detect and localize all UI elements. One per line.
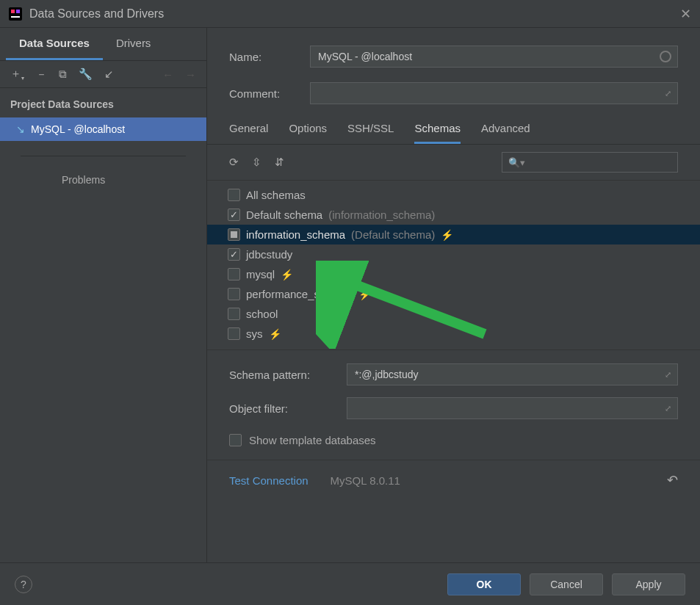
ok-button[interactable]: OK bbox=[447, 573, 521, 595]
collapse-all-icon[interactable]: ⇳ bbox=[252, 156, 261, 169]
schema-note: (information_schema) bbox=[328, 209, 435, 221]
project-data-sources-header: Project Data Sources bbox=[0, 88, 206, 117]
show-template-row[interactable]: Show template databases bbox=[229, 431, 678, 460]
name-value: MySQL - @localhost bbox=[318, 51, 412, 62]
expand-icon[interactable]: ⤢ bbox=[665, 404, 671, 413]
object-filter-input[interactable]: ⤢ bbox=[347, 397, 678, 419]
close-icon[interactable]: ✕ bbox=[680, 6, 691, 22]
app-logo-icon bbox=[9, 7, 22, 21]
schema-checkbox[interactable] bbox=[228, 209, 240, 221]
svg-rect-2 bbox=[16, 10, 20, 13]
object-filter-label: Object filter: bbox=[229, 402, 347, 415]
wrench-icon[interactable]: 🔧 bbox=[79, 68, 93, 81]
schema-item[interactable]: sys ⚡ bbox=[225, 324, 694, 344]
name-label: Name: bbox=[229, 51, 310, 63]
titlebar: Data Sources and Drivers ✕ bbox=[0, 0, 700, 28]
schema-item[interactable]: information_schema (Default schema) ⚡ bbox=[207, 225, 700, 244]
test-connection-row: Test Connection MySQL 8.0.11 ↶ bbox=[207, 460, 700, 500]
tab-general[interactable]: General bbox=[229, 122, 268, 144]
schema-name: mysql bbox=[246, 268, 275, 280]
refresh-icon[interactable]: ↙ bbox=[104, 68, 114, 81]
bolt-icon: ⚡ bbox=[281, 269, 293, 280]
schema-checkbox[interactable] bbox=[228, 308, 240, 320]
schema-checkbox[interactable] bbox=[228, 288, 240, 300]
schema-item[interactable]: performance_schema ⚡ bbox=[225, 284, 694, 304]
schema-item[interactable]: school bbox=[225, 304, 694, 324]
schema-pattern-label: Schema pattern: bbox=[229, 369, 347, 381]
comment-label: Comment: bbox=[229, 87, 310, 100]
schema-note: (Default schema) bbox=[351, 228, 435, 241]
schema-name: Default schema bbox=[246, 209, 322, 221]
bolt-icon: ⚡ bbox=[269, 328, 281, 340]
schema-name: information_schema bbox=[246, 228, 345, 241]
bolt-icon: ⚡ bbox=[441, 229, 453, 241]
datasource-icon: ↘ bbox=[16, 123, 25, 135]
right-panel: Name: MySQL - @localhost Comment: ⤢ Gene… bbox=[207, 28, 700, 562]
schema-pattern-input[interactable]: *:@,jdbcstudy ⤢ bbox=[347, 363, 678, 385]
show-template-checkbox[interactable] bbox=[229, 434, 242, 446]
left-toolbar: ＋▾ － ⧉ 🔧 ↙ ← → bbox=[0, 61, 206, 88]
schema-name: performance_schema bbox=[246, 288, 353, 300]
apply-button[interactable]: Apply bbox=[612, 573, 685, 595]
schema-search-input[interactable]: 🔍▾ bbox=[502, 152, 678, 173]
back-icon: ← bbox=[162, 68, 173, 81]
schema-name: jdbcstudy bbox=[246, 248, 292, 261]
name-row: Name: MySQL - @localhost bbox=[207, 46, 700, 68]
window-title: Data Sources and Drivers bbox=[29, 7, 164, 21]
db-version: MySQL 8.0.11 bbox=[331, 474, 400, 487]
schema-name: sys bbox=[246, 327, 263, 340]
svg-rect-1 bbox=[11, 10, 15, 13]
reset-icon[interactable]: ↶ bbox=[667, 472, 678, 488]
detail-tabs: General Options SSH/SSL Schemas Advanced bbox=[207, 104, 700, 145]
schema-item[interactable]: mysql ⚡ bbox=[225, 264, 694, 284]
data-source-item[interactable]: ↘ MySQL - @localhost bbox=[0, 117, 206, 141]
expand-all-icon[interactable]: ⇵ bbox=[275, 156, 284, 169]
svg-rect-0 bbox=[9, 7, 22, 21]
svg-rect-3 bbox=[11, 16, 20, 18]
schema-item[interactable]: jdbcstudy bbox=[225, 244, 694, 264]
forward-icon: → bbox=[185, 68, 196, 81]
comment-input[interactable]: ⤢ bbox=[310, 82, 678, 104]
tab-options[interactable]: Options bbox=[289, 122, 327, 144]
schema-pattern-value: *:@,jdbcstudy bbox=[355, 369, 419, 380]
schema-item[interactable]: Default schema (information_schema) bbox=[225, 205, 694, 225]
schema-checkbox[interactable] bbox=[228, 268, 240, 280]
bolt-icon: ⚡ bbox=[358, 289, 371, 300]
bottom-section: Schema pattern: *:@,jdbcstudy ⤢ Object f… bbox=[207, 350, 700, 460]
copy-icon[interactable]: ⧉ bbox=[59, 68, 67, 81]
schema-item[interactable]: All schemas bbox=[225, 185, 694, 205]
cancel-button[interactable]: Cancel bbox=[530, 573, 603, 595]
schema-list: All schemasDefault schema (information_s… bbox=[207, 181, 700, 350]
schema-name: All schemas bbox=[246, 189, 306, 201]
test-connection-link[interactable]: Test Connection bbox=[229, 474, 308, 487]
expand-icon[interactable]: ⤢ bbox=[665, 89, 671, 98]
show-template-label: Show template databases bbox=[249, 434, 376, 446]
expand-icon[interactable]: ⤢ bbox=[665, 370, 671, 380]
add-icon[interactable]: ＋▾ bbox=[10, 67, 24, 81]
tab-schemas[interactable]: Schemas bbox=[414, 122, 461, 144]
schema-name: school bbox=[246, 308, 278, 320]
schema-toolbar: ⟳ ⇳ ⇵ 🔍▾ bbox=[207, 145, 700, 181]
remove-icon[interactable]: － bbox=[36, 68, 47, 81]
schema-checkbox[interactable] bbox=[228, 248, 240, 261]
tab-data-sources[interactable]: Data Sources bbox=[6, 28, 103, 60]
tab-advanced[interactable]: Advanced bbox=[481, 122, 530, 144]
tab-ssh[interactable]: SSH/SSL bbox=[347, 122, 394, 144]
sync-icon[interactable]: ⟳ bbox=[229, 156, 239, 169]
search-icon: 🔍▾ bbox=[508, 157, 525, 168]
left-tabs: Data Sources Drivers bbox=[0, 28, 206, 61]
help-button[interactable]: ? bbox=[15, 576, 32, 593]
data-source-label: MySQL - @localhost bbox=[31, 123, 125, 135]
color-ring-icon[interactable] bbox=[660, 51, 671, 62]
schema-checkbox[interactable] bbox=[228, 327, 240, 340]
schema-checkbox[interactable] bbox=[228, 228, 240, 241]
name-input[interactable]: MySQL - @localhost bbox=[310, 46, 678, 68]
comment-row: Comment: ⤢ bbox=[207, 82, 700, 104]
dialog-footer: ? OK Cancel Apply bbox=[0, 562, 700, 605]
tab-drivers[interactable]: Drivers bbox=[103, 28, 165, 60]
schema-checkbox[interactable] bbox=[228, 189, 240, 201]
left-panel: Data Sources Drivers ＋▾ － ⧉ 🔧 ↙ ← → Proj… bbox=[0, 28, 207, 562]
problems-label[interactable]: Problems bbox=[0, 156, 206, 186]
